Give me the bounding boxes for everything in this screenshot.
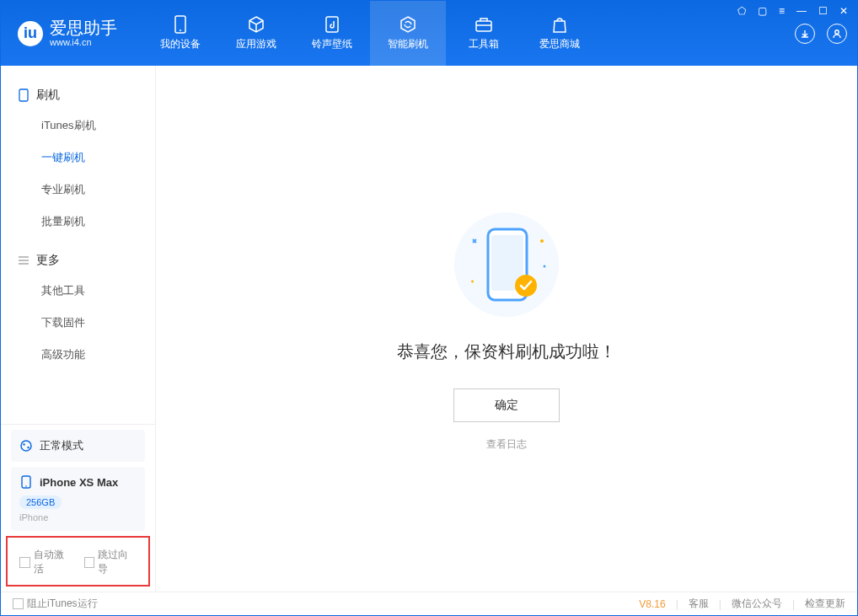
checkbox-box-icon (13, 598, 24, 609)
win-menu-icon[interactable]: ≡ (775, 3, 788, 19)
app-url: www.i4.cn (50, 37, 117, 47)
minimize-button[interactable]: — (793, 3, 810, 19)
device-name: iPhone XS Max (40, 476, 118, 489)
service-link[interactable]: 客服 (689, 597, 709, 611)
checkbox-box-icon (19, 557, 30, 568)
checkbox-auto-activate-label: 自动激活 (34, 548, 72, 576)
success-illustration (448, 206, 566, 324)
cube-icon (247, 15, 265, 34)
tab-apps-games[interactable]: 应用游戏 (218, 1, 294, 66)
device-type: iPhone (19, 512, 137, 522)
svg-point-8 (27, 447, 29, 448)
win-box-icon[interactable]: ▢ (754, 3, 770, 19)
user-button[interactable] (827, 24, 847, 44)
tab-ringtones-wallpapers[interactable]: 铃声壁纸 (294, 1, 370, 66)
logo: iu 爱思助手 www.i4.cn (1, 1, 134, 66)
ok-button[interactable]: 确定 (453, 388, 560, 422)
svg-point-10 (25, 485, 27, 487)
maximize-button[interactable]: ☐ (815, 3, 831, 19)
svg-point-16 (544, 265, 546, 268)
sidebar-item-itunes-flash[interactable]: iTunes刷机 (1, 110, 155, 142)
svg-point-7 (23, 443, 24, 445)
svg-point-15 (540, 239, 544, 243)
music-file-icon (323, 15, 341, 34)
list-icon (18, 254, 29, 266)
checkbox-skip-guide-label: 跳过向导 (98, 548, 137, 576)
sidebar-item-advanced[interactable]: 高级功能 (1, 339, 155, 371)
view-log-link[interactable]: 查看日志 (486, 437, 527, 452)
svg-rect-5 (19, 89, 28, 101)
sidebar-cat-flash: 刷机 (1, 81, 155, 110)
tab-smart-flash[interactable]: 智能刷机 (370, 1, 446, 66)
svg-point-4 (835, 29, 839, 33)
status-bar: 阻止iTunes运行 V8.16 | 客服 | 微信公众号 | 检查更新 (1, 592, 857, 615)
wechat-link[interactable]: 微信公众号 (732, 597, 782, 611)
sidebar-item-other-tools[interactable]: 其他工具 (1, 275, 155, 307)
device-storage-badge: 256GB (19, 495, 62, 509)
phone-small-icon (18, 89, 29, 101)
main-tabs: 我的设备 应用游戏 铃声壁纸 智能刷机 工具箱 爱思商城 (142, 1, 598, 66)
mode-indicator[interactable]: 正常模式 (11, 430, 145, 462)
checkbox-auto-activate[interactable]: 自动激活 (19, 548, 72, 576)
block-itunes-label: 阻止iTunes运行 (27, 597, 98, 611)
tab-my-device[interactable]: 我的设备 (142, 1, 218, 66)
version-label: V8.16 (639, 598, 665, 610)
mode-label: 正常模式 (40, 438, 83, 453)
sidebar: 刷机 iTunes刷机 一键刷机 专业刷机 批量刷机 更多 其他工具 下载固件 … (1, 66, 156, 592)
sidebar-cat-more-label: 更多 (36, 253, 60, 268)
close-button[interactable]: ✕ (836, 3, 851, 19)
svg-rect-3 (476, 21, 491, 31)
win-shirt-icon[interactable]: ⬠ (734, 3, 749, 19)
window-controls: ⬠ ▢ ≡ — ☐ ✕ (734, 3, 851, 19)
logo-icon: iu (18, 21, 43, 46)
checkbox-box-icon (84, 557, 95, 568)
tab-toolbox[interactable]: 工具箱 (446, 1, 522, 66)
sidebar-cat-more: 更多 (1, 246, 155, 275)
sidebar-item-pro-flash[interactable]: 专业刷机 (1, 174, 155, 206)
download-button[interactable] (795, 24, 815, 44)
mode-icon (19, 439, 33, 453)
main-content: 恭喜您，保资料刷机成功啦！ 确定 查看日志 (156, 66, 857, 592)
sidebar-item-download-firmware[interactable]: 下载固件 (1, 307, 155, 339)
sidebar-item-one-click-flash[interactable]: 一键刷机 (1, 142, 155, 174)
refresh-hex-icon (399, 15, 417, 34)
check-update-link[interactable]: 检查更新 (805, 597, 845, 611)
bag-icon (550, 15, 569, 34)
tab-store[interactable]: 爱思商城 (522, 1, 598, 66)
device-box[interactable]: iPhone XS Max 256GB iPhone (11, 467, 145, 531)
sidebar-item-batch-flash[interactable]: 批量刷机 (1, 206, 155, 238)
app-header: iu 爱思助手 www.i4.cn 我的设备 应用游戏 铃声壁纸 智能刷机 工具… (1, 1, 857, 66)
sidebar-cat-flash-label: 刷机 (36, 88, 60, 103)
checkbox-highlight-box: 自动激活 跳过向导 (6, 536, 150, 587)
svg-point-1 (180, 29, 181, 31)
device-icon (19, 475, 33, 489)
phone-icon (171, 15, 190, 34)
app-title: 爱思助手 (50, 19, 117, 37)
svg-point-6 (21, 441, 31, 451)
toolbox-icon (475, 15, 493, 34)
checkbox-skip-guide[interactable]: 跳过向导 (84, 548, 137, 576)
success-title: 恭喜您，保资料刷机成功啦！ (397, 340, 616, 363)
checkbox-block-itunes[interactable]: 阻止iTunes运行 (13, 597, 98, 611)
